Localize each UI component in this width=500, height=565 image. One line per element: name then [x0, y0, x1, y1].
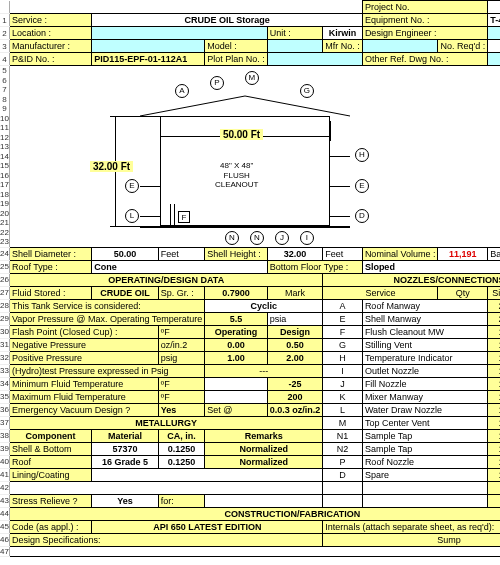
mark-n1: N: [225, 231, 239, 245]
service: CRUDE OIL Storage: [92, 14, 363, 27]
nozzle-mark: E: [323, 312, 363, 325]
mfr[interactable]: [92, 40, 205, 53]
nozzle-service: [362, 481, 487, 494]
nozzle-service: Roof Manway: [362, 299, 487, 312]
equip-no: T-400 & T-405: [488, 14, 500, 27]
mark-i: I: [300, 231, 314, 245]
mark-e: E: [355, 179, 369, 193]
mark-e2: E: [125, 179, 139, 193]
location[interactable]: [92, 27, 268, 40]
row-num: 1: [0, 14, 9, 27]
pid: PID115-EPF-01-112A1: [92, 53, 205, 66]
mark-l: L: [125, 209, 139, 223]
width-dim: 50.00 Ft: [220, 129, 263, 140]
nozzle-service: Stilling Vent: [362, 338, 487, 351]
equip-no-label: Equipment No. :: [362, 14, 487, 27]
mark-p: P: [210, 76, 224, 90]
mark-j: J: [275, 231, 289, 245]
other-ref[interactable]: [488, 53, 500, 66]
nozzle-mark: K: [323, 390, 363, 403]
no-reqd: Two: [488, 40, 500, 53]
nozzle-service: Temperature Indicator: [362, 351, 487, 364]
nozzle-service: [362, 494, 487, 507]
cleanout-label: 48" X 48"FLUSHCLEANOUT: [215, 161, 259, 190]
datasheet: Project No. 1952.000 1 Service : CRUDE O…: [0, 0, 500, 557]
project-no: 1952.000: [488, 1, 500, 14]
nozzle-mark: F: [323, 325, 363, 338]
nozzle-service: Water Draw Nozzle: [362, 403, 487, 416]
nozzle-service: Flush Cleanout MW: [362, 325, 487, 338]
nozzle-mark: M: [323, 416, 363, 429]
nozzle-mark: N1: [323, 429, 363, 442]
nozzle-mark: G: [323, 338, 363, 351]
unit-label: Unit :: [267, 27, 323, 40]
nozzle-service: Fill Nozzle: [362, 377, 487, 390]
pid-label: P&ID No. :: [9, 53, 91, 66]
model-label: Model :: [205, 40, 268, 53]
project-no-label: Project No.: [362, 1, 487, 14]
mfr-label: Manufacturer :: [9, 40, 91, 53]
nozzle-mark: N2: [323, 442, 363, 455]
mark-d: D: [355, 209, 369, 223]
model[interactable]: [267, 40, 323, 53]
nozzle-mark: L: [323, 403, 363, 416]
location-label: Location :: [9, 27, 91, 40]
nozzle-service: Sample Tap: [362, 442, 487, 455]
design-eng-label: Design Engineer :: [362, 27, 487, 40]
plot-no[interactable]: [267, 53, 362, 66]
nozzle-service: Sample Tap: [362, 429, 487, 442]
nozzle-service: Shell Manway: [362, 312, 487, 325]
tank-diagram: 50.00 Ft 32.00 Ft 48" X 48"FLUSHCLEANOUT…: [10, 66, 500, 246]
service-label: Service :: [9, 14, 91, 27]
nozzle-mark: H: [323, 351, 363, 364]
nozzle-service: Top Center Vent: [362, 416, 487, 429]
no-reqd-label: No. Req'd :: [438, 40, 488, 53]
plot-label: Plot Plan No. :: [205, 53, 268, 66]
mark-m: M: [245, 71, 259, 85]
nozzle-mark: [323, 481, 363, 494]
mfr-no-label: Mfr No. :: [323, 40, 363, 53]
row-num: [0, 1, 9, 14]
other-ref-label: Other Ref. Dwg No. :: [362, 53, 487, 66]
nozzle-service: Mixer Manway: [362, 390, 487, 403]
nozzle-service: Spare: [362, 468, 487, 481]
nozzle-mark: J: [323, 377, 363, 390]
nozzle-mark: A: [323, 299, 363, 312]
nozzle-service: Roof Nozzle: [362, 455, 487, 468]
height-dim: 32.00 Ft: [90, 161, 133, 172]
nozzle-service: Outlet Nozzle: [362, 364, 487, 377]
nozzle-mark: D: [323, 468, 363, 481]
nozzle-mark: I: [323, 364, 363, 377]
nozzle-mark: [323, 494, 363, 507]
nozzle-mark: P: [323, 455, 363, 468]
mark-f: F: [178, 211, 190, 223]
mark-n2: N: [250, 231, 264, 245]
mark-h: H: [355, 148, 369, 162]
mfr-no[interactable]: [362, 40, 438, 53]
unit: Kirwin: [323, 27, 363, 40]
design-eng[interactable]: [488, 27, 500, 40]
